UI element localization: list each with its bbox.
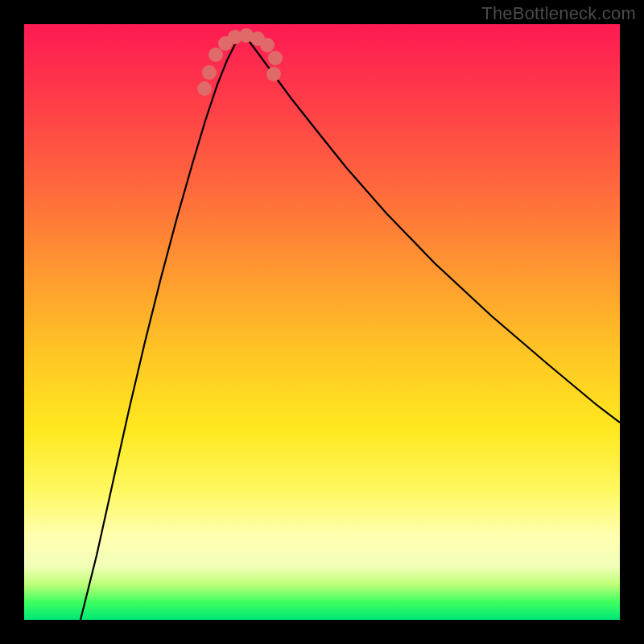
valley-markers-group — [197, 28, 283, 96]
valley-marker — [208, 47, 223, 62]
plot-area — [24, 24, 620, 620]
valley-marker — [202, 65, 217, 80]
valley-marker — [260, 38, 275, 52]
watermark-text: TheBottleneck.com — [481, 3, 636, 24]
valley-marker — [197, 81, 212, 96]
curve-group — [80, 34, 620, 620]
valley-marker — [266, 67, 281, 81]
chart-frame: TheBottleneck.com — [0, 0, 644, 644]
valley-marker — [268, 51, 283, 65]
chart-svg — [24, 24, 620, 620]
curve-right-branch — [242, 34, 620, 423]
curve-left-branch — [80, 34, 242, 620]
